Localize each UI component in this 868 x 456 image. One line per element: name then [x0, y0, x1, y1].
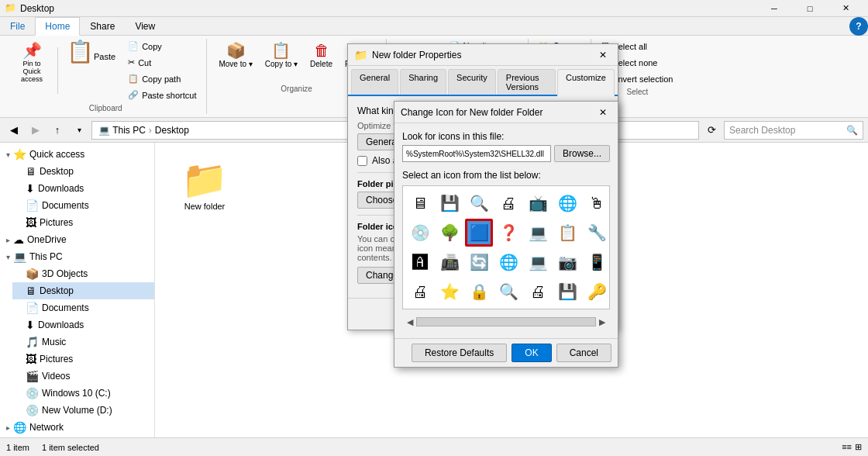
file-path-text: %SystemRoot%\System32\SHELL32.dll — [406, 150, 544, 158]
icon-cell-18[interactable]: 💻 — [524, 248, 552, 276]
icon-cell-3[interactable]: 🖨 — [494, 189, 522, 217]
properties-close-button[interactable]: ✕ — [594, 47, 611, 63]
tab-general[interactable]: General — [351, 69, 398, 95]
tab-security[interactable]: Security — [448, 69, 496, 95]
icon-cell-19[interactable]: 📷 — [553, 248, 581, 276]
restore-defaults-button[interactable]: Restore Defaults — [412, 344, 507, 362]
icon-cell-2[interactable]: 🔍 — [465, 189, 493, 217]
icon-cell-26[interactable]: 💾 — [553, 278, 581, 306]
change-icon-footer: Restore Defaults OK Cancel — [394, 338, 618, 367]
icon-cell-16[interactable]: 🔄 — [465, 248, 493, 276]
icon-cell-24[interactable]: 🔍 — [494, 278, 522, 306]
properties-title-bar: 📁 New folder Properties ✕ — [348, 44, 618, 66]
change-icon-title-bar: Change Icon for New folder Folder ✕ — [394, 102, 618, 123]
icon-cell-17[interactable]: 🌐 — [494, 248, 522, 276]
icon-cell-10[interactable]: ❓ — [494, 219, 522, 247]
icon-cell-25[interactable]: 🖨 — [524, 278, 552, 306]
icon-cell-5[interactable]: 🌐 — [553, 189, 581, 217]
icon-cell-27[interactable]: 🔑 — [583, 278, 610, 306]
properties-title-text: New folder Properties — [372, 50, 594, 60]
icons-area: 🖥 💾 🔍 🖨 📺 🌐 🖱 💿 🌳 🟦 ❓ 💻 📋 🔧 — [402, 185, 610, 309]
browse-button[interactable]: Browse... — [554, 145, 610, 162]
properties-tabs: General Sharing Security Previous Versio… — [348, 66, 618, 96]
icon-cell-7[interactable]: 💿 — [406, 219, 434, 247]
change-icon-dialog: Change Icon for New folder Folder ✕ Look… — [394, 101, 618, 368]
icon-cell-6[interactable]: 🖱 — [583, 189, 610, 217]
change-icon-title-text: Change Icon for New folder Folder — [401, 107, 594, 118]
icon-cell-12[interactable]: 📋 — [553, 219, 581, 247]
file-path-input[interactable]: %SystemRoot%\System32\SHELL32.dll — [402, 145, 551, 162]
icon-cell-13[interactable]: 🔧 — [583, 219, 610, 247]
tab-previous-versions[interactable]: Previous Versions — [498, 69, 556, 95]
scroll-arrows: ◀ ▶ — [402, 314, 610, 330]
icon-cell-1[interactable]: 💾 — [436, 189, 463, 217]
also-apply-checkbox[interactable] — [357, 156, 367, 166]
icon-cell-4[interactable]: 📺 — [524, 189, 552, 217]
icon-cell-15[interactable]: 📠 — [436, 248, 463, 276]
icons-grid: 🖥 💾 🔍 🖨 📺 🌐 🖱 💿 🌳 🟦 ❓ 💻 📋 🔧 — [403, 186, 609, 309]
look-for-label: Look for icons in this file: — [402, 131, 610, 142]
tab-sharing[interactable]: Sharing — [400, 69, 446, 95]
properties-title-icon: 📁 — [354, 49, 367, 61]
change-icon-cancel-button[interactable]: Cancel — [556, 344, 611, 362]
select-icon-label: Select an icon from the list below: — [402, 170, 610, 181]
icon-cell-0[interactable]: 🖥 — [406, 189, 434, 217]
scroll-right-button[interactable]: ▶ — [599, 317, 605, 327]
icon-cell-20[interactable]: 📱 — [583, 248, 610, 276]
icon-cell-8[interactable]: 🌳 — [436, 219, 463, 247]
tab-customize[interactable]: Customize — [557, 69, 615, 96]
file-row: %SystemRoot%\System32\SHELL32.dll Browse… — [402, 145, 610, 162]
icon-cell-22[interactable]: ⭐ — [436, 278, 463, 306]
dialog-overlay: 📁 New folder Properties ✕ General Sharin… — [0, 0, 868, 456]
icon-cell-21[interactable]: 🖨 — [406, 278, 434, 306]
scroll-left-button[interactable]: ◀ — [407, 317, 413, 327]
change-icon-ok-button[interactable]: OK — [512, 344, 551, 362]
icon-cell-23[interactable]: 🔒 — [465, 278, 493, 306]
change-icon-body: Look for icons in this file: %SystemRoot… — [394, 123, 618, 338]
change-icon-close-button[interactable]: ✕ — [594, 105, 611, 120]
icon-cell-9[interactable]: 🟦 — [465, 219, 493, 247]
icon-cell-11[interactable]: 💻 — [524, 219, 552, 247]
icon-cell-14[interactable]: 🅰 — [406, 248, 434, 276]
